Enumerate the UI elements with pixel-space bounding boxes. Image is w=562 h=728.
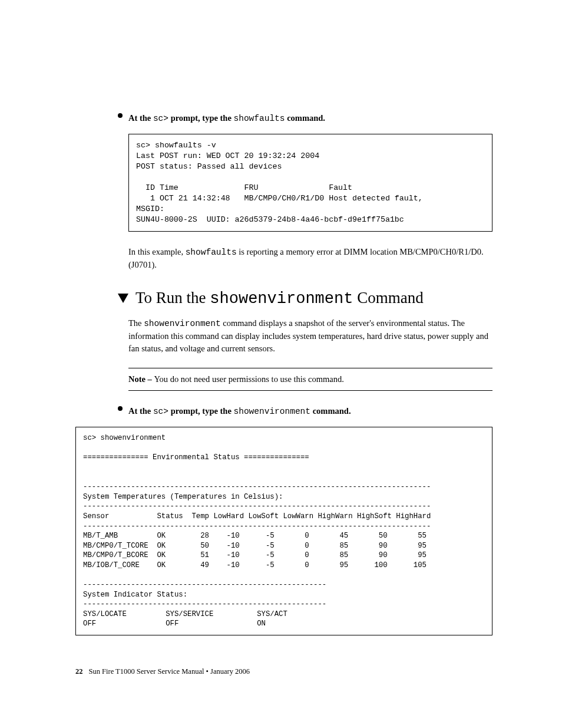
command-showenvironment: showenvironment xyxy=(234,407,311,416)
step-showfaults: At the sc> prompt, type the showfaults c… xyxy=(128,112,492,124)
footer-text: Sun Fire T1000 Server Service Manual • J… xyxy=(89,667,250,676)
step-text-prefix: At the xyxy=(128,113,153,123)
note-block: Note – You do not need user permissions … xyxy=(128,368,492,391)
para-prefix: In this example, xyxy=(128,247,186,256)
page-number: 22 xyxy=(75,667,83,676)
para-cmd: showfaults xyxy=(186,248,237,257)
note-text: You do not need user permissions to use … xyxy=(154,374,344,384)
triangle-down-icon xyxy=(118,294,128,303)
bullet-icon xyxy=(118,113,123,118)
desc-cmd: showenvironment xyxy=(144,319,221,328)
page-footer: 22Sun Fire T1000 Server Service Manual •… xyxy=(75,667,250,676)
step-text-prefix: At the xyxy=(128,406,153,416)
section-description: The showenvironment command displays a s… xyxy=(128,317,492,355)
heading-cmd: showenvironment xyxy=(210,290,353,308)
heading-prefix: To Run the xyxy=(135,289,210,307)
heading-suffix: Command xyxy=(353,289,423,307)
step-showenvironment: At the sc> prompt, type the showenvironm… xyxy=(128,405,492,417)
step-text-suffix: command. xyxy=(310,406,351,416)
note-label: Note – xyxy=(128,374,154,384)
desc-prefix: The xyxy=(128,318,144,328)
command-showfaults: showfaults xyxy=(234,114,285,123)
sc-prompt-text: sc> xyxy=(153,114,168,123)
code-block-showfaults: sc> showfaults -v Last POST run: WED OCT… xyxy=(128,134,492,232)
bullet-icon xyxy=(118,406,123,411)
sc-prompt-text: sc> xyxy=(153,407,168,416)
step-text-mid: prompt, type the xyxy=(168,113,234,123)
rule-bottom xyxy=(128,390,492,391)
example-explanation: In this example, showfaults is reporting… xyxy=(128,246,492,271)
code-block-showenvironment: sc> showenvironment =============== Envi… xyxy=(75,427,492,635)
section-heading-row: To Run the showenvironment Command xyxy=(118,289,492,308)
step-text-suffix: command. xyxy=(285,113,325,123)
section-heading: To Run the showenvironment Command xyxy=(135,289,424,308)
note-line: Note – You do not need user permissions … xyxy=(128,368,492,390)
step-text-mid: prompt, type the xyxy=(168,406,234,416)
